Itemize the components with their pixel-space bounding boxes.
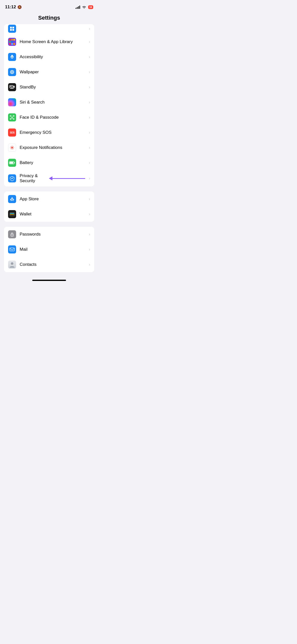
svg-line-39 [11,146,11,147]
svg-rect-22 [12,87,12,87]
svg-rect-29 [13,118,14,119]
svg-rect-28 [10,118,11,119]
svg-line-15 [13,73,13,73]
svg-point-9 [11,71,13,73]
battery-level-badge: 16 [88,5,93,9]
svg-rect-44 [14,162,15,163]
list-item[interactable]: Wallpaper › [4,65,94,80]
svg-line-17 [11,73,11,73]
svg-line-16 [13,71,13,71]
wallpaper-chevron: › [89,70,90,75]
list-item[interactable]: › [4,24,94,34]
battery-chevron: › [89,160,90,165]
sos-text: SOS [10,131,14,134]
standby-label: StandBy [20,85,87,90]
signal-icon [76,5,80,9]
passwords-icon [8,230,16,238]
svg-rect-0 [10,27,12,28]
list-item[interactable]: Wallet › [4,207,94,222]
standby-icon [8,83,16,91]
list-item[interactable]: Mail › [4,242,94,257]
passwords-label: Passwords [20,232,87,237]
page-header: Settings [0,13,98,24]
appstore-chevron: › [89,197,90,202]
wifi-icon [82,5,86,9]
settings-section-apps2: Passwords › Mail › Contacts › [4,227,94,272]
page-title: Settings [0,15,98,21]
privacy-label: Privacy & Security [20,173,49,183]
exposure-icon [8,144,16,152]
list-item[interactable]: Siri & Search › [4,95,94,110]
faceid-chevron: › [89,115,90,120]
wallpaper-icon [8,68,16,76]
contacts-icon [8,261,16,269]
home-screen-chevron: › [89,39,90,44]
standby-chevron: › [89,85,90,90]
list-item[interactable]: SOS Emergency SOS › [4,125,94,140]
appstore-icon [8,195,16,203]
home-screen-grid-icon [8,38,16,46]
purple-annotation-arrow [49,176,85,180]
svg-point-53 [12,235,13,236]
accessibility-chevron: › [89,54,90,59]
svg-point-55 [11,262,13,265]
svg-point-34 [11,147,13,148]
list-item[interactable]: Battery › [4,155,94,170]
sos-chevron: › [89,130,90,135]
home-screen-label: Home Screen & App Library [20,39,87,44]
wallet-chevron: › [89,212,90,217]
mail-chevron: › [89,247,90,252]
list-item[interactable]: App Store › [4,191,94,207]
home-screen-icon [8,38,16,46]
svg-rect-20 [10,86,11,87]
svg-rect-54 [10,248,14,251]
list-item[interactable]: Contacts › [4,257,94,272]
list-item[interactable]: StandBy › [4,80,94,95]
svg-rect-26 [10,115,11,116]
partial-icon [8,25,16,33]
svg-line-40 [13,149,13,149]
faceid-label: Face ID & Passcode [20,115,87,120]
status-right-icons: 16 [76,5,93,9]
svg-rect-1 [12,27,14,28]
list-item[interactable]: Face ID & Passcode › [4,110,94,125]
svg-line-42 [11,149,11,149]
emergency-sos-label: Emergency SOS [20,130,87,135]
list-item[interactable]: Home Screen & App Library › [4,34,94,49]
svg-rect-3 [12,29,14,31]
wallet-label: Wallet [20,212,87,217]
passwords-chevron: › [89,232,90,237]
list-item[interactable]: Accessibility › [4,49,94,65]
partial-row-icon [9,26,15,31]
contacts-chevron: › [89,262,90,267]
home-indicator [0,277,98,283]
svg-rect-21 [12,86,12,86]
wallet-icon [8,210,16,218]
siri-chevron: › [89,100,90,105]
svg-rect-25 [13,86,15,87]
settings-section-system: › Home Screen & App Library › [4,24,94,186]
svg-rect-49 [10,214,14,215]
list-item[interactable]: Passwords › [4,227,94,242]
svg-rect-51 [10,212,14,213]
list-item[interactable]: Privacy & Security › [4,170,94,186]
status-time: 11:12 🔕 [5,5,22,10]
privacy-annotation: › [49,176,90,181]
svg-rect-19 [11,85,12,88]
privacy-chevron: › [89,176,90,181]
battery-label: Battery [20,160,87,165]
list-item[interactable]: Exposure Notifications › [4,140,94,155]
accessibility-icon [8,53,16,61]
siri-icon [8,98,16,106]
accessibility-label: Accessibility [20,54,87,59]
home-bar [32,280,66,281]
svg-line-14 [11,71,11,71]
mail-label: Mail [20,247,87,252]
settings-section-apps: App Store › Wallet › [4,191,94,222]
svg-rect-2 [10,29,12,31]
sos-icon: SOS [8,128,16,137]
svg-rect-27 [13,115,14,116]
exposure-chevron: › [89,145,90,150]
partial-chevron: › [89,26,90,31]
svg-rect-45 [10,162,13,164]
